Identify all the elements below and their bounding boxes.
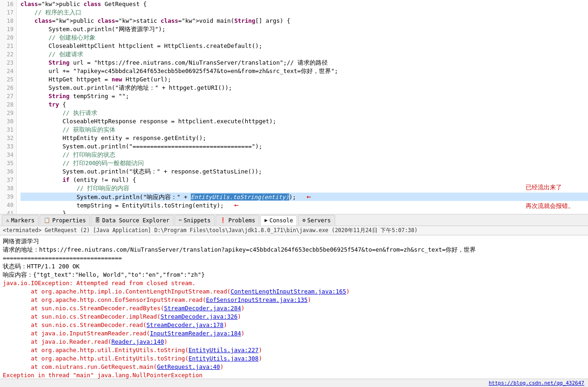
servers-label: Servers <box>307 217 331 224</box>
tab-bar: ⚠Markers📋Properties🗄Data Source Explorer… <box>0 214 588 226</box>
console-line: at org.apache.http.util.EntityUtils.toSt… <box>3 354 585 363</box>
problems-icon: ❗ <box>220 217 226 223</box>
console-line: at sun.nio.cs.StreamDecoder.read(StreamD… <box>3 321 585 329</box>
properties-icon: 📋 <box>44 217 50 223</box>
code-line-40: tempString = EntityUtils.toString(entity… <box>20 201 588 209</box>
console-line: ================================== <box>3 254 585 262</box>
markers-icon: ⚠ <box>6 217 9 223</box>
code-line-28: try { <box>20 100 588 109</box>
console-line: at sun.nio.cs.StreamDecoder.readBytes(St… <box>3 304 585 313</box>
code-line-31: // 获取响应的实体 <box>20 126 588 134</box>
code-line-16: class="kw">public class GetRequest { <box>20 0 588 8</box>
console-icon: ▶ <box>264 217 268 223</box>
code-line-21: CloseableHttpClient httpclient = HttpCli… <box>20 42 588 50</box>
code-line-38: // 打印响应的内容 <box>20 184 588 193</box>
code-line-32: HttpEntity entity = response.getEntity()… <box>20 134 588 142</box>
console-line: 网络资源学习 <box>3 237 585 246</box>
tab-problems[interactable]: ❗Problems <box>216 215 259 225</box>
code-line-17: // 程序的主入口 <box>20 8 588 17</box>
datasource-label: Data Source Explorer <box>102 217 169 224</box>
console-label: Console <box>270 217 293 224</box>
code-line-41: } <box>20 209 588 214</box>
tab-servers[interactable]: ⚙Servers <box>298 215 335 225</box>
status-link[interactable]: https://blog.csdn.net/qq_432647 <box>489 380 584 386</box>
tab-snippets[interactable]: ✂Snippets <box>175 215 215 225</box>
console-line: at org.apache.http.impl.io.ContentLength… <box>3 287 585 296</box>
console-line: java.io.IOException: Attempted read from… <box>3 279 585 287</box>
code-lines[interactable]: class="kw">public class GetRequest { // … <box>17 0 588 214</box>
bottom-status-bar: https://blog.csdn.net/qq_432647 <box>0 379 588 387</box>
tab-properties[interactable]: 📋Properties <box>40 215 90 225</box>
tab-console[interactable]: ▶Console <box>260 215 297 226</box>
snippets-icon: ✂ <box>179 217 182 223</box>
problems-label: Problems <box>228 217 255 224</box>
console-line: at org.apache.http.conn.EofSensorInputSt… <box>3 296 585 304</box>
code-line-37: if (entity != null) { <box>20 176 588 184</box>
properties-label: Properties <box>52 217 86 224</box>
code-line-18: class="kw">public class="kw">static clas… <box>20 17 588 25</box>
code-line-25: HttpGet httpget = new HttpGet(url); <box>20 75 588 84</box>
code-line-26: System.out.println("请求的地址：" + httpget.ge… <box>20 84 588 92</box>
code-line-30: CloseableHttpResponse response = httpcli… <box>20 117 588 126</box>
console-line: at com.niutrans.run.GetRequest.main(GetR… <box>3 363 585 371</box>
console-line: 状态码：HTTP/1.1 200 OK <box>3 262 585 271</box>
console-line: Exception in thread "main" java.lang.Nul… <box>3 371 585 379</box>
snippets-label: Snippets <box>184 217 211 224</box>
code-line-33: System.out.println("====================… <box>20 142 588 151</box>
code-line-20: // 创建核心对象 <box>20 33 588 42</box>
console-header: <terminated> GetRequest (2) [Java Applic… <box>0 226 588 235</box>
console-line: 请求的地址：https://free.niutrans.com/NiuTrans… <box>3 246 585 254</box>
line-numbers: 1617181920212223242526272829303132333435… <box>0 0 17 214</box>
markers-label: Markers <box>11 217 35 224</box>
console-line: at java.io.InputStreamReader.read(InputS… <box>3 329 585 338</box>
console-line: at org.apache.http.util.EntityUtils.toSt… <box>3 346 585 354</box>
tab-markers[interactable]: ⚠Markers <box>2 215 39 225</box>
code-line-39: System.out.println("响应内容：" + EntityUtils… <box>20 193 588 201</box>
servers-icon: ⚙ <box>302 217 305 223</box>
code-line-35: // 打印200的码一般都能访问 <box>20 159 588 167</box>
datasource-icon: 🗄 <box>95 217 100 223</box>
code-line-24: url += "?apikey=c45bbdcal264f653ecbb5be0… <box>20 67 588 75</box>
code-line-36: System.out.println("状态码：" + response.get… <box>20 167 588 176</box>
code-line-34: // 打印响应的状态 <box>20 151 588 159</box>
console-line: at sun.nio.cs.StreamDecoder.implRead(Str… <box>3 313 585 321</box>
code-editor: 1617181920212223242526272829303132333435… <box>0 0 588 214</box>
console-line: at java.io.Reader.read(Reader.java:140) <box>3 338 585 346</box>
console-line: 响应内容：{"tgt_text":"Hello, World","to":"en… <box>3 271 585 279</box>
code-line-27: String tempString = ""; <box>20 92 588 100</box>
code-line-19: System.out.println("网络资源学习"); <box>20 25 588 33</box>
code-line-29: // 执行请求 <box>20 109 588 117</box>
console-output[interactable]: 网络资源学习请求的地址：https://free.niutrans.com/Ni… <box>0 235 588 379</box>
code-line-22: // 创建请求 <box>20 50 588 59</box>
code-line-23: String url = "https://free.niutrans.com/… <box>20 59 588 67</box>
tab-datasource[interactable]: 🗄Data Source Explorer <box>91 215 174 225</box>
